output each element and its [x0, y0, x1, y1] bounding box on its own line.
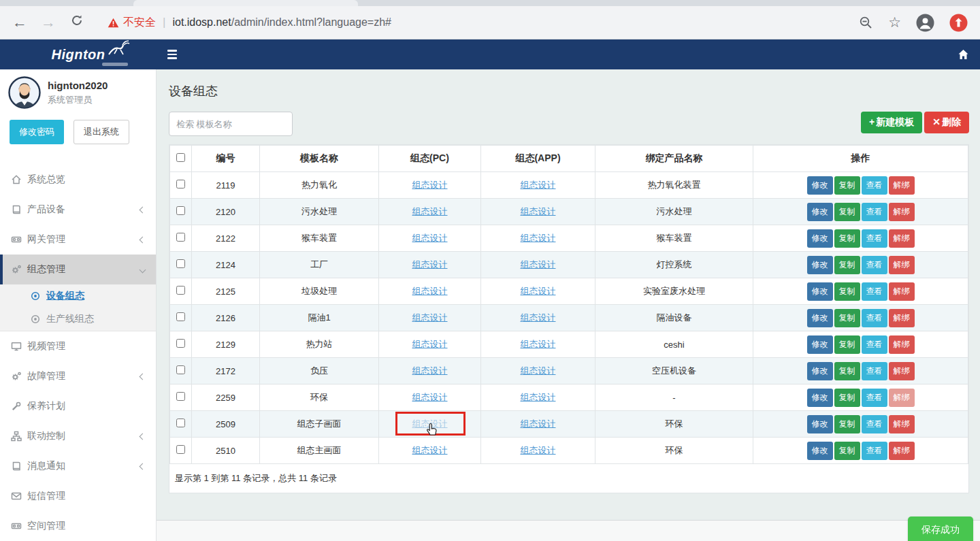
view-button[interactable]: 查看: [862, 282, 887, 301]
copy-button[interactable]: 复制: [834, 442, 860, 460]
view-button[interactable]: 查看: [862, 389, 887, 407]
row-checkbox[interactable]: [176, 312, 185, 321]
view-button[interactable]: 查看: [862, 415, 887, 433]
security-label[interactable]: 不安全: [123, 16, 156, 30]
zoom-out-icon[interactable]: [859, 16, 873, 30]
view-button[interactable]: 查看: [862, 203, 887, 221]
pc-design-link[interactable]: 组态设计: [412, 312, 448, 323]
app-design-link[interactable]: 组态设计: [521, 392, 556, 402]
unbind-button[interactable]: 解绑: [889, 282, 915, 301]
copy-button[interactable]: 复制: [834, 176, 860, 195]
reload-icon[interactable]: [67, 14, 87, 31]
new-template-button[interactable]: +新建模板: [861, 112, 922, 133]
row-checkbox[interactable]: [176, 259, 185, 268]
row-checkbox[interactable]: [176, 206, 185, 215]
view-button[interactable]: 查看: [862, 335, 887, 354]
edit-button[interactable]: 修改: [807, 362, 833, 380]
app-design-link[interactable]: 组态设计: [521, 312, 556, 323]
sidebar-toggle-icon[interactable]: [167, 50, 177, 59]
change-password-button[interactable]: 修改密码: [10, 120, 64, 144]
pc-design-link[interactable]: 组态设计: [412, 180, 448, 190]
app-design-link[interactable]: 组态设计: [521, 365, 556, 376]
pc-design-link[interactable]: 组态设计: [412, 259, 448, 269]
pc-design-link[interactable]: 组态设计: [412, 339, 448, 349]
unbind-button[interactable]: 解绑: [889, 415, 915, 433]
unbind-button[interactable]: 解绑: [889, 442, 915, 460]
pc-design-link[interactable]: 组态设计: [412, 233, 448, 243]
copy-button[interactable]: 复制: [834, 203, 860, 221]
row-checkbox[interactable]: [176, 180, 185, 188]
back-arrow-icon[interactable]: ←: [10, 14, 30, 31]
app-design-link[interactable]: 组态设计: [521, 445, 556, 455]
user-avatar[interactable]: [8, 76, 41, 109]
row-checkbox[interactable]: [176, 286, 185, 295]
app-design-link[interactable]: 组态设计: [521, 206, 556, 216]
view-button[interactable]: 查看: [862, 256, 887, 274]
copy-button[interactable]: 复制: [834, 309, 860, 327]
search-input[interactable]: [169, 112, 293, 136]
home-icon[interactable]: [958, 49, 969, 60]
sidebar-item-产品设备[interactable]: 产品设备: [0, 195, 156, 225]
sidebar-item-系统总览[interactable]: 系统总览: [0, 165, 156, 195]
edit-button[interactable]: 修改: [807, 176, 833, 195]
copy-button[interactable]: 复制: [834, 389, 860, 407]
view-button[interactable]: 查看: [862, 309, 887, 327]
view-button[interactable]: 查看: [862, 176, 887, 195]
copy-button[interactable]: 复制: [834, 415, 860, 433]
sidebar-item-联动控制[interactable]: 联动控制: [0, 421, 156, 451]
row-checkbox[interactable]: [176, 365, 185, 374]
pc-design-link[interactable]: 组态设计: [412, 445, 448, 455]
app-design-link[interactable]: 组态设计: [521, 180, 556, 190]
copy-button[interactable]: 复制: [834, 282, 860, 301]
edit-button[interactable]: 修改: [807, 415, 833, 433]
copy-button[interactable]: 复制: [834, 229, 860, 248]
app-design-link[interactable]: 组态设计: [521, 233, 556, 243]
row-checkbox[interactable]: [176, 339, 185, 348]
bookmark-star-icon[interactable]: ☆: [888, 14, 901, 31]
row-checkbox[interactable]: [176, 392, 185, 401]
unbind-button[interactable]: 解绑: [889, 203, 915, 221]
forward-arrow-icon[interactable]: →: [38, 14, 59, 31]
sidebar-item-网关管理[interactable]: 网关管理: [0, 225, 156, 255]
sidebar-item-空间管理[interactable]: 空间管理: [0, 511, 156, 541]
edit-button[interactable]: 修改: [807, 309, 833, 327]
copy-button[interactable]: 复制: [834, 362, 860, 380]
sidebar-item-保养计划[interactable]: 保养计划: [0, 391, 156, 421]
submenu-item-生产线组态[interactable]: 生产线组态: [0, 308, 156, 331]
unbind-button[interactable]: 解绑: [889, 389, 915, 407]
update-badge-icon[interactable]: [949, 14, 968, 32]
view-button[interactable]: 查看: [862, 362, 887, 380]
delete-button[interactable]: ✕删除: [924, 112, 969, 133]
address-bar[interactable]: 不安全 | iot.idosp.net /admin/index.html?la…: [108, 16, 859, 30]
edit-button[interactable]: 修改: [807, 256, 833, 274]
unbind-button[interactable]: 解绑: [889, 309, 915, 327]
copy-button[interactable]: 复制: [834, 335, 860, 354]
browser-tab[interactable]: [133, 0, 358, 6]
select-all-checkbox[interactable]: [176, 153, 185, 162]
pc-design-link[interactable]: 组态设计: [412, 206, 448, 216]
row-checkbox[interactable]: [176, 233, 185, 242]
pc-design-link[interactable]: 组态设计: [412, 365, 448, 376]
pc-design-link[interactable]: 组态设计: [412, 419, 448, 429]
edit-button[interactable]: 修改: [807, 389, 833, 407]
pc-design-link[interactable]: 组态设计: [412, 286, 448, 296]
edit-button[interactable]: 修改: [807, 282, 833, 301]
edit-button[interactable]: 修改: [807, 335, 833, 354]
sidebar-item-短信管理[interactable]: 短信管理: [0, 481, 156, 511]
edit-button[interactable]: 修改: [807, 442, 833, 460]
unbind-button[interactable]: 解绑: [889, 176, 915, 195]
app-design-link[interactable]: 组态设计: [521, 339, 556, 349]
row-checkbox[interactable]: [176, 445, 185, 454]
profile-avatar-icon[interactable]: [916, 14, 934, 32]
sidebar-item-消息通知[interactable]: 消息通知: [0, 451, 156, 481]
app-design-link[interactable]: 组态设计: [521, 259, 556, 269]
app-design-link[interactable]: 组态设计: [521, 419, 556, 429]
pc-design-link[interactable]: 组态设计: [412, 392, 448, 402]
submenu-item-设备组态[interactable]: 设备组态: [0, 284, 156, 308]
logout-button[interactable]: 退出系统: [74, 120, 129, 144]
view-button[interactable]: 查看: [862, 442, 887, 460]
edit-button[interactable]: 修改: [807, 203, 833, 221]
unbind-button[interactable]: 解绑: [889, 229, 915, 248]
sidebar-item-组态管理[interactable]: 组态管理: [0, 255, 156, 284]
app-design-link[interactable]: 组态设计: [521, 286, 556, 296]
